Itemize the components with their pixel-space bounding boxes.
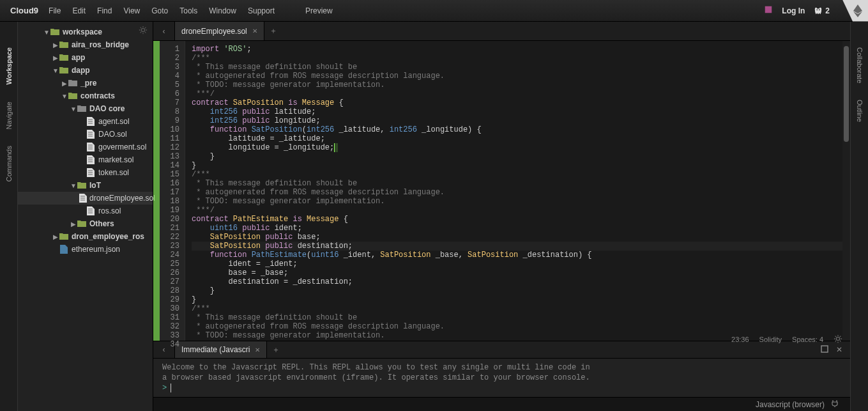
tree-app[interactable]: app [18, 51, 153, 64]
menu-tools[interactable]: Tools [179, 6, 197, 15]
code-line[interactable]: latitude = _latitude; [192, 134, 850, 143]
maximize-icon[interactable] [821, 345, 828, 355]
repl-panel[interactable]: Welcome to the Javascript REPL. This REP… [153, 359, 850, 397]
login-button[interactable]: Log In [782, 6, 805, 15]
code-line[interactable]: } [192, 152, 850, 161]
menu-edit[interactable]: Edit [72, 6, 86, 15]
panel-tab-add[interactable]: ＋ [267, 341, 285, 358]
tree-dapp[interactable]: dapp [18, 64, 153, 77]
code-line[interactable]: * This message definition shoult be [192, 179, 850, 188]
code-line[interactable]: destination = _destination; [192, 277, 850, 286]
code-line[interactable]: contract PathEstimate is Message { [192, 215, 850, 224]
scrollbar[interactable] [842, 41, 850, 341]
tree-contracts[interactable]: contracts [18, 89, 153, 102]
menu-goto[interactable]: Goto [151, 6, 168, 15]
code-line[interactable]: * This message definition shoult be [192, 313, 850, 322]
code-line[interactable]: } [192, 161, 850, 170]
tree-token-sol[interactable]: token.sol [18, 166, 153, 179]
code-line[interactable]: * autogenerated from ROS message descrip… [192, 188, 850, 197]
code-line[interactable]: * This message definition shoult be [192, 63, 850, 72]
tree-dao-sol[interactable]: DAO.sol [18, 128, 153, 141]
caret-icon[interactable] [52, 233, 59, 240]
tree-others[interactable]: Others [18, 217, 153, 230]
caret-icon[interactable] [52, 67, 59, 74]
tree--pre[interactable]: _pre [18, 77, 153, 89]
menu-file[interactable]: File [49, 6, 61, 15]
preview-menu[interactable]: Preview [305, 6, 333, 15]
caret-icon[interactable] [61, 93, 68, 100]
code-line[interactable]: uint16 public ident; [192, 224, 850, 233]
caret-icon[interactable] [52, 42, 59, 49]
tree-workspace[interactable]: workspace [18, 26, 153, 38]
rail-outline[interactable]: Outline [856, 100, 864, 122]
plug-icon[interactable] [831, 399, 839, 409]
code-line[interactable]: /*** [192, 170, 850, 179]
code-line[interactable]: ident = _ident; [192, 260, 850, 268]
code-line[interactable]: ***/ [192, 89, 850, 98]
tree-market-sol[interactable]: market.sol [18, 153, 153, 166]
code-line[interactable]: int256 public latitude; [192, 107, 850, 116]
code-line[interactable]: function PathEstimate(uint16 _ident, Sat… [192, 251, 850, 260]
code-line[interactable]: * autogenerated from ROS message descrip… [192, 72, 850, 81]
tree-goverment-sol[interactable]: goverment.sol [18, 141, 153, 153]
close-icon[interactable]: ✕ [252, 27, 257, 35]
tab-add-button[interactable]: ＋ [264, 22, 282, 40]
rail-commands[interactable]: Commands [5, 146, 13, 182]
cursor-position[interactable]: 23:36 [731, 336, 749, 343]
menu-find[interactable]: Find [97, 6, 112, 15]
code-editor[interactable]: 1234567891011121314151617181920212223242… [153, 41, 850, 341]
caret-icon[interactable] [70, 182, 77, 189]
caret-icon[interactable] [70, 105, 77, 112]
close-icon[interactable]: ✕ [255, 346, 260, 353]
code-line[interactable]: } [192, 286, 850, 295]
rail-workspace[interactable]: Workspace [5, 47, 13, 85]
rail-collaborate[interactable]: Collaborate [856, 47, 864, 83]
extension-icon[interactable] [764, 5, 773, 16]
caret-icon[interactable] [52, 54, 59, 61]
code-line[interactable]: * autogenerated from ROS message descrip… [192, 322, 850, 331]
gear-icon[interactable] [834, 334, 842, 345]
code-line[interactable]: /*** [192, 304, 850, 313]
panel-tab-immediate[interactable]: Immediate (Javascri ✕ [175, 341, 267, 358]
code-line[interactable]: contract SatPosition is Message { [192, 98, 850, 107]
tree-aira-ros-bridge[interactable]: aira_ros_bridge [18, 38, 153, 51]
tree-droneemployee-sol[interactable]: droneEmployee.sol [18, 192, 153, 205]
language-mode[interactable]: Solidity [759, 336, 782, 343]
tree-dron-employee-ros[interactable]: dron_employee_ros [18, 230, 153, 243]
code-line[interactable]: /*** [192, 54, 850, 63]
caret-icon[interactable] [70, 221, 77, 228]
brand-logo[interactable]: Cloud9 [10, 6, 38, 15]
indent-setting[interactable]: Spaces: 4 [792, 336, 823, 343]
caret-icon[interactable] [43, 29, 50, 36]
code-line[interactable]: base = _base; [192, 268, 850, 277]
tab-scroll-left[interactable]: ‹ [153, 22, 175, 40]
tree-dao-core[interactable]: DAO core [18, 102, 153, 115]
code-line[interactable]: longitude = _longitude; [192, 143, 850, 152]
menu-support[interactable]: Support [248, 6, 275, 15]
menu-window[interactable]: Window [209, 6, 236, 15]
code-line[interactable]: SatPosition public destination; [192, 242, 850, 251]
close-icon[interactable]: ✕ [836, 345, 842, 354]
footer-language[interactable]: Javascript (browser) [756, 400, 825, 409]
gear-icon[interactable] [139, 26, 148, 36]
code-line[interactable]: } [192, 295, 850, 304]
rail-navigate[interactable]: Navigate [5, 102, 13, 129]
code-line[interactable]: * TODO: message generator implementation… [192, 81, 850, 89]
menu-view[interactable]: View [123, 6, 140, 15]
caret-icon[interactable] [61, 80, 68, 87]
scrollbar-thumb[interactable] [844, 46, 849, 142]
code-content[interactable]: import 'ROS';/*** * This message definit… [185, 41, 850, 341]
code-line[interactable]: SatPosition public base; [192, 233, 850, 242]
tree-iot[interactable]: IoT [18, 179, 153, 192]
code-line[interactable]: function SatPosition(int256 _latitude, i… [192, 125, 850, 134]
code-line[interactable]: import 'ROS'; [192, 45, 850, 54]
code-line[interactable]: ***/ [192, 206, 850, 215]
tree-ros-sol[interactable]: ros.sol [18, 205, 153, 217]
code-line[interactable]: int256 public longitude; [192, 116, 850, 125]
tab-droneemployee[interactable]: droneEmployee.sol ✕ [175, 22, 264, 40]
guest-count[interactable]: 2 [814, 6, 830, 15]
ethereum-icon[interactable] [842, 0, 868, 22]
code-line[interactable]: * TODO: message generator implementation… [192, 197, 850, 206]
tree-agent-sol[interactable]: agent.sol [18, 115, 153, 128]
tree-ethereum-json[interactable]: ethereum.json [18, 243, 153, 256]
